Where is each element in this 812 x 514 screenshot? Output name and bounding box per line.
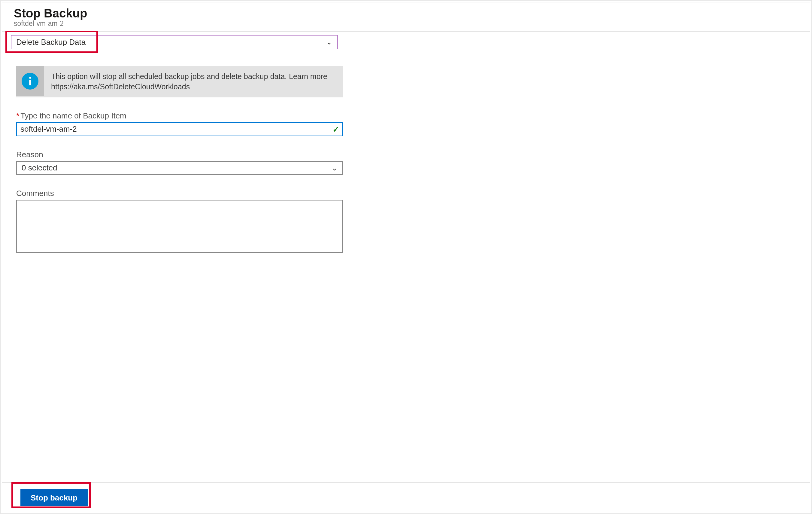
info-banner-text: This option will stop all scheduled back… <box>44 66 343 98</box>
page-subtitle: softdel-vm-am-2 <box>14 20 798 28</box>
comments-field-label: Comments <box>16 189 343 198</box>
blade-header: Stop Backup softdel-vm-am-2 <box>2 2 810 32</box>
reason-field-label: Reason <box>16 150 343 159</box>
info-line1: This option will stop all scheduled back… <box>51 72 327 81</box>
info-line2: https://aka.ms/SoftDeleteCloudWorkloads <box>51 82 190 91</box>
reason-dropdown[interactable]: 0 selected ⌄ <box>16 161 343 175</box>
reason-selected-label: 0 selected <box>22 163 57 172</box>
validation-check-icon: ✓ <box>332 124 339 134</box>
backup-action-selected-label: Delete Backup Data <box>16 37 86 47</box>
info-banner: i This option will stop all scheduled ba… <box>16 66 343 98</box>
page-title: Stop Backup <box>14 7 798 20</box>
blade-footer: Stop backup <box>2 482 810 512</box>
stop-backup-button[interactable]: Stop backup <box>21 489 88 506</box>
required-asterisk: * <box>16 111 19 120</box>
name-field-label: *Type the name of Backup Item <box>16 111 343 120</box>
chevron-down-icon: ⌄ <box>326 38 332 46</box>
chevron-down-icon: ⌄ <box>331 164 338 172</box>
backup-action-dropdown[interactable]: Delete Backup Data ⌄ <box>11 35 338 49</box>
info-icon: i <box>22 73 38 89</box>
info-icon-cell: i <box>16 66 44 96</box>
backup-item-name-input[interactable] <box>16 122 343 136</box>
comments-textarea[interactable] <box>16 200 343 253</box>
